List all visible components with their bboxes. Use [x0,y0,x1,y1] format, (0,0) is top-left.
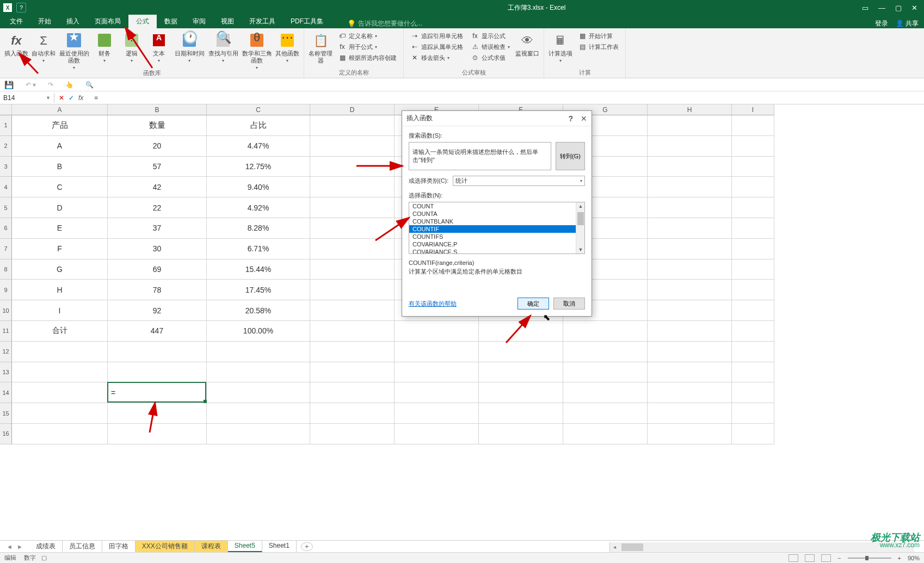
cell[interactable] [648,177,732,197]
normal-view-icon[interactable] [789,554,798,562]
autosum-button[interactable]: Σ自动求和▾ [32,30,56,64]
zoom-slider[interactable] [848,558,891,559]
row-header[interactable]: 7 [0,239,12,259]
formula-input[interactable]: = [88,94,98,102]
login-link[interactable]: 登录 [875,19,888,28]
cell[interactable]: 447 [108,321,207,342]
cell[interactable]: 42 [108,177,207,197]
insert-function-button[interactable]: fx插入函数 [4,30,28,57]
function-list-item[interactable]: COUNTBLANK [409,218,584,225]
text-button[interactable]: A文本▾ [147,30,171,64]
tab-页面布局[interactable]: 页面布局 [87,15,128,28]
cell[interactable] [310,382,395,403]
cell[interactable] [563,424,648,444]
cell[interactable] [310,259,395,280]
cell[interactable] [108,424,207,444]
cell[interactable] [207,403,310,424]
cell[interactable] [732,157,774,177]
row-header[interactable]: 4 [0,177,12,197]
cell[interactable] [732,280,774,300]
cell[interactable]: H [12,280,108,300]
cell[interactable] [732,115,774,136]
tab-文件[interactable]: 文件 [2,15,30,28]
cancel-button[interactable]: 取消 [553,298,585,310]
tell-me[interactable]: 💡告诉我您想要做什么... [347,19,422,28]
row-header[interactable]: 16 [0,424,12,444]
cell[interactable]: 37 [108,218,207,239]
tab-数据[interactable]: 数据 [157,15,185,28]
remove-arrows-button[interactable]: ✕移去箭头 ▾ [408,52,465,63]
cell[interactable] [12,382,108,403]
close-icon[interactable]: ✕ [911,4,917,12]
cell[interactable] [310,218,395,239]
show-formulas-button[interactable]: fx显示公式 [469,30,512,41]
scroll-up-icon[interactable]: ▲ [576,202,585,210]
sheet-nav-first-icon[interactable]: ◄ [7,543,13,550]
sheet-tab[interactable]: 成绩表 [29,541,63,552]
cell[interactable] [310,362,395,383]
function-list-item[interactable]: COUNTA [409,210,584,218]
tab-审阅[interactable]: 审阅 [185,15,213,28]
name-manager-button[interactable]: 📋名称管理器 [309,30,332,64]
row-header[interactable]: 1 [0,115,12,136]
cell[interactable] [732,177,774,197]
function-list-item[interactable]: COVARIANCE.P [409,240,584,248]
new-sheet-button[interactable]: + [301,542,313,551]
cell[interactable]: 数量 [108,115,207,136]
cell[interactable]: 12.75% [207,157,310,177]
cell[interactable]: G [12,259,108,280]
cell[interactable] [732,321,774,342]
tab-PDF工具集[interactable]: PDF工具集 [283,15,331,28]
function-list-item[interactable]: COVARIANCE.S [409,248,584,254]
cell[interactable] [732,136,774,157]
cell[interactable]: 占比 [207,115,310,136]
scrollbar-thumb[interactable] [577,212,584,225]
cell[interactable] [479,424,563,444]
horizontal-scrollbar[interactable]: ◄ [609,542,914,552]
watch-window-button[interactable]: 👁监视窗口 [515,30,539,57]
help-icon[interactable]: ? [16,3,26,13]
tab-插入[interactable]: 插入 [59,15,87,28]
scroll-down-icon[interactable]: ▼ [576,246,585,253]
cell[interactable] [12,403,108,424]
scrollbar-thumb[interactable] [621,543,643,551]
cell[interactable] [648,362,732,383]
row-header[interactable]: 11 [0,321,12,342]
touch-mode-icon[interactable]: 👆 [65,81,73,89]
row-header[interactable]: 15 [0,403,12,424]
cell[interactable] [563,342,648,362]
cell[interactable] [563,321,648,342]
tab-开发工具[interactable]: 开发工具 [242,15,283,28]
cell[interactable]: 6.71% [207,239,310,259]
cell[interactable] [310,300,395,321]
lookup-button[interactable]: 🔍查找与引用▾ [208,30,238,64]
cell[interactable]: E [12,218,108,239]
define-name-button[interactable]: 🏷定义名称 ▾ [336,30,399,41]
cell[interactable] [732,197,774,218]
sheet-tab[interactable]: XXX公司销售额 [135,541,195,552]
function-list-item[interactable]: COUNTIF [409,225,584,233]
tab-开始[interactable]: 开始 [30,15,59,28]
cell[interactable]: 20.58% [207,300,310,321]
cell[interactable]: 4.92% [207,197,310,218]
cell[interactable]: 30 [108,239,207,259]
enter-icon[interactable]: ✓ [69,94,74,102]
cell[interactable] [395,342,479,362]
cell[interactable] [648,136,732,157]
trace-dependents-button[interactable]: ⇠追踪从属单元格 [408,41,465,52]
cell[interactable] [648,321,732,342]
cell[interactable]: F [12,239,108,259]
page-layout-view-icon[interactable] [805,554,815,562]
undo-icon[interactable]: ↶ ▾ [26,81,36,89]
math-button[interactable]: θ数学和三角函数▾ [242,30,272,71]
column-header[interactable]: A [12,104,108,115]
logical-button[interactable]: ?逻辑▾ [120,30,144,64]
evaluate-formula-button[interactable]: ⊙公式求值 [469,52,512,63]
cell[interactable] [395,321,479,342]
dialog-help-icon[interactable]: ? [568,114,573,123]
cell[interactable] [310,197,395,218]
cell[interactable] [648,115,732,136]
cell[interactable] [310,239,395,259]
dialog-close-icon[interactable]: ✕ [581,114,587,123]
print-preview-icon[interactable]: 🔍 [85,81,94,89]
